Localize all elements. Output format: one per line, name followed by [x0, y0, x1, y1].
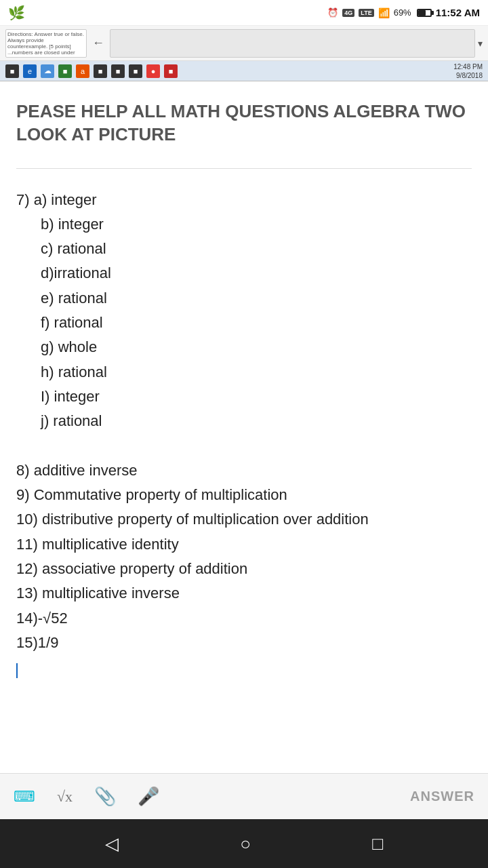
answer-12: 12) associative property of addition [16, 557, 472, 581]
thumbnail-text: Directions: Answer true or false. Always… [7, 31, 85, 50]
browser-scrollbar[interactable] [110, 29, 475, 58]
taskbar-icon-amazon[interactable]: a [76, 64, 89, 78]
browser-dropdown-icon[interactable]: ▾ [478, 38, 483, 49]
status-bar: 🌿 ⏰ 4G LTE 📶 69% 11:52 AM [0, 0, 488, 26]
answer-15: 15)1/9 [16, 631, 472, 655]
answer-14: 14)-√52 [16, 606, 472, 631]
alarm-icon: ⏰ [327, 7, 338, 18]
mic-icon[interactable]: 🎤 [138, 786, 159, 807]
answer-8: 8) additive inverse [16, 458, 472, 483]
taskbar-icon-pdf[interactable]: ■ [164, 64, 178, 78]
home-button[interactable]: ○ [224, 828, 267, 860]
browser-thumbnail[interactable]: Directions: Answer true or false. Always… [5, 29, 87, 58]
answer-7g: g) whole [16, 335, 472, 359]
answer-9: 9) Commutative property of multiplicatio… [16, 483, 472, 507]
answer-11: 11) multiplicative identity [16, 532, 472, 557]
taskbar-icon-excel[interactable]: ■ [58, 64, 72, 78]
nav-bar: ◁ ○ □ [0, 819, 488, 868]
answer-button[interactable]: ANSWER [410, 789, 474, 804]
4g-badge: 4G [342, 9, 354, 17]
time-display: 11:52 AM [436, 7, 480, 18]
answer-7e: e) rational [16, 286, 472, 311]
status-bar-right: ⏰ 4G LTE 📶 69% 11:52 AM [327, 7, 480, 18]
thumbnail-subtext: ...numbers are closed under details [7, 50, 85, 58]
battery-fill [418, 10, 426, 16]
back-button[interactable]: ◁ [89, 828, 135, 860]
answer-7f: f) rational [16, 311, 472, 335]
taskbar-icon-start[interactable]: ■ [5, 64, 19, 78]
taskbar-icons: ■ e ☁ ■ a ■ ■ ■ ● ■ [5, 64, 178, 78]
answer-7a: 7) a) integer [16, 188, 472, 212]
taskbar-icon-cloud[interactable]: ☁ [41, 64, 54, 78]
text-cursor [16, 655, 472, 679]
answer-section: 7) a) integer b) integer c) rational d)i… [16, 188, 472, 680]
answer-10: 10) distributive property of multiplicat… [16, 507, 472, 532]
answer-toolbar: ⌨ √x 📎 🎤 ANSWER [0, 773, 488, 819]
answer-7j: j) rational [16, 409, 472, 433]
content-divider [16, 168, 472, 169]
taskbar-date: 9/8/2018 [453, 71, 483, 80]
answer-13: 13) multiplicative inverse [16, 581, 472, 606]
main-content: PEASE HELP ALL MATH QUESTIONS ALGEBRA TW… [0, 81, 488, 773]
battery-icon [417, 9, 432, 17]
answer-7i: I) integer [16, 384, 472, 409]
keyboard-icon[interactable]: ⌨ [14, 788, 35, 806]
question-title: PEASE HELP ALL MATH QUESTIONS ALGEBRA TW… [16, 100, 472, 146]
battery-percent: 69% [394, 7, 411, 18]
taskbar-icon-app2[interactable]: ■ [111, 64, 125, 78]
plant-icon: 🌿 [8, 5, 25, 21]
recent-button[interactable]: □ [356, 828, 399, 860]
taskbar-icon-app4[interactable]: ● [146, 64, 160, 78]
signal-icon: 📶 [378, 7, 390, 18]
browser-bar: Directions: Answer true or false. Always… [0, 26, 488, 61]
taskbar-time: 12:48 PM [453, 62, 483, 71]
attach-icon[interactable]: 📎 [94, 786, 116, 807]
taskbar-datetime: 12:48 PM 9/8/2018 [453, 62, 483, 80]
answer-7c: c) rational [16, 237, 472, 261]
browser-back-arrow[interactable]: ← [89, 36, 107, 50]
lte-badge: LTE [359, 9, 373, 17]
taskbar-icon-app1[interactable]: ■ [94, 64, 107, 78]
windows-taskbar: ■ e ☁ ■ a ■ ■ ■ ● ■ 12:48 PM 9/8/2018 [0, 61, 488, 81]
answer-7b: b) integer [16, 212, 472, 237]
sqrt-icon[interactable]: √x [57, 788, 73, 806]
answer-7h: h) rational [16, 360, 472, 384]
status-bar-left: 🌿 [8, 5, 25, 21]
answer-7d: d)irrational [16, 261, 472, 285]
taskbar-icon-ie[interactable]: e [23, 64, 37, 78]
taskbar-icon-app3[interactable]: ■ [129, 64, 142, 78]
